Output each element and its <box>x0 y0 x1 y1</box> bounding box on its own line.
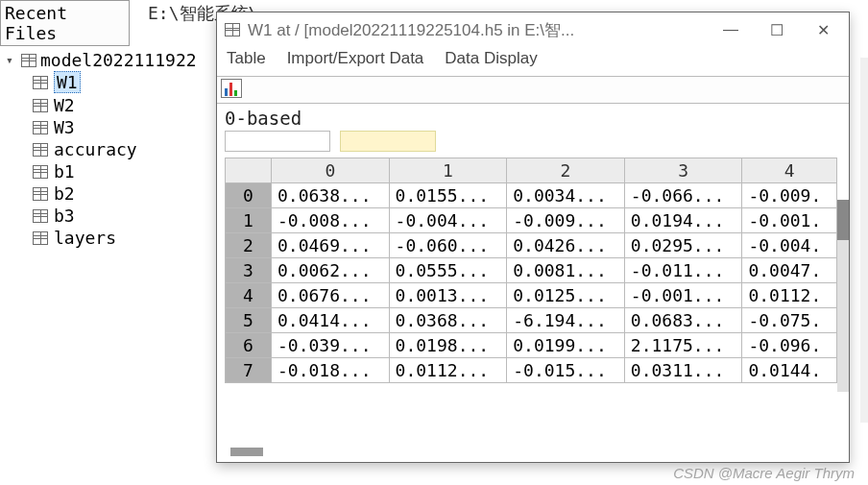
maximize-button[interactable]: ☐ <box>768 21 785 38</box>
cell[interactable]: 0.0112. <box>742 283 837 308</box>
tree-item-label: b2 <box>54 183 75 204</box>
cell[interactable]: 0.0676... <box>272 283 390 308</box>
menubar: Table Import/Export Data Data Display <box>217 47 849 76</box>
tree-item-accuracy[interactable]: accuracy <box>33 138 211 160</box>
cell[interactable]: 0.0295... <box>624 233 742 258</box>
cell[interactable]: -0.075. <box>742 308 837 333</box>
cell[interactable]: -0.004... <box>389 208 507 233</box>
cell[interactable]: -0.039... <box>272 333 390 358</box>
filter-input[interactable] <box>225 131 330 152</box>
cell[interactable]: 0.0469... <box>272 233 390 258</box>
tree-item-label: W3 <box>54 117 75 137</box>
cell[interactable]: 0.0112... <box>389 358 507 383</box>
tree-item-b2[interactable]: b2 <box>33 182 211 205</box>
col-header[interactable]: 3 <box>624 158 742 183</box>
row-header[interactable]: 6 <box>226 333 272 358</box>
cell[interactable]: -0.060... <box>389 233 507 258</box>
cell[interactable]: -6.194... <box>507 308 625 333</box>
cell[interactable]: -0.066... <box>624 183 742 208</box>
cell[interactable]: 0.0144. <box>742 358 837 383</box>
table-row: 50.0414...0.0368...-6.194...0.0683...-0.… <box>226 308 837 333</box>
cell[interactable]: 0.0414... <box>272 308 390 333</box>
vertical-scrollbar[interactable] <box>837 200 849 392</box>
cell[interactable]: -0.011... <box>624 258 742 283</box>
menu-table[interactable]: Table <box>227 49 266 68</box>
tree-item-label: W1 <box>54 71 81 93</box>
menu-data-display[interactable]: Data Display <box>445 49 537 68</box>
cell[interactable]: 0.0555... <box>389 258 507 283</box>
filter-highlight[interactable] <box>340 131 436 152</box>
col-header[interactable]: 2 <box>507 158 625 183</box>
tree-item-layers[interactable]: layers <box>33 227 211 249</box>
filter-row <box>217 131 849 158</box>
horizontal-scroll-stub[interactable] <box>230 448 263 456</box>
col-header[interactable]: 4 <box>742 158 837 183</box>
dataset-icon <box>33 209 48 223</box>
cell[interactable]: 0.0081... <box>507 258 625 283</box>
cell[interactable]: 0.0155... <box>389 183 507 208</box>
dataset-icon <box>225 23 240 36</box>
cell[interactable]: 0.0013... <box>389 283 507 308</box>
tree-item-label: layers <box>54 228 116 248</box>
dataset-icon <box>33 99 48 112</box>
dataset-icon <box>33 76 48 89</box>
cell[interactable]: 0.0194... <box>624 208 742 233</box>
cell[interactable]: -0.009... <box>507 208 625 233</box>
cell[interactable]: -0.018... <box>272 358 390 383</box>
data-dialog: W1 at / [model20221119225104.h5 in E:\智.… <box>216 12 850 463</box>
table-row: 40.0676...0.0013...0.0125...-0.001...0.0… <box>226 283 837 308</box>
dataset-icon <box>33 121 48 134</box>
row-header[interactable]: 5 <box>226 308 272 333</box>
dataset-icon <box>21 54 36 67</box>
tree-item-W2[interactable]: W2 <box>33 94 211 116</box>
row-header[interactable]: 4 <box>226 283 272 308</box>
cell[interactable]: -0.001... <box>624 283 742 308</box>
cell[interactable]: 0.0368... <box>389 308 507 333</box>
cell[interactable]: -0.008... <box>272 208 390 233</box>
tree-item-b3[interactable]: b3 <box>33 205 211 227</box>
col-header[interactable]: 1 <box>389 158 507 183</box>
tree-item-b1[interactable]: b1 <box>33 160 211 182</box>
cell[interactable]: 0.0034... <box>507 183 625 208</box>
close-button[interactable]: ✕ <box>814 21 832 38</box>
table-row: 00.0638...0.0155...0.0034...-0.066...-0.… <box>226 183 837 208</box>
cell[interactable]: 0.0311... <box>624 358 742 383</box>
chart-icon[interactable] <box>221 79 242 98</box>
cell[interactable]: 0.0683... <box>624 308 742 333</box>
row-header[interactable]: 3 <box>226 258 272 283</box>
table-row: 1-0.008...-0.004...-0.009...0.0194...-0.… <box>226 208 837 233</box>
cell[interactable]: -0.004. <box>742 233 837 258</box>
tree-root[interactable]: ▾ model2022111922 <box>6 50 211 70</box>
cell[interactable]: 0.0198... <box>389 333 507 358</box>
cell[interactable]: -0.015... <box>507 358 625 383</box>
cell[interactable]: 0.0125... <box>507 283 625 308</box>
cell[interactable]: 0.0426... <box>507 233 625 258</box>
table-row: 20.0469...-0.060...0.0426...0.0295...-0.… <box>226 233 837 258</box>
watermark: CSDN @Macre Aegir Thrym <box>673 465 855 481</box>
dataset-icon <box>33 231 48 245</box>
cell[interactable]: 0.0062... <box>272 258 390 283</box>
row-header[interactable]: 7 <box>226 358 272 383</box>
tree-item-W3[interactable]: W3 <box>33 116 211 138</box>
cell[interactable]: -0.001. <box>742 208 837 233</box>
dataset-icon <box>33 165 48 179</box>
dataset-icon <box>33 143 48 157</box>
caret-down-icon: ▾ <box>6 53 17 67</box>
menu-import-export[interactable]: Import/Export Data <box>287 49 424 68</box>
dataset-icon <box>33 187 48 201</box>
cell[interactable]: 2.1175... <box>624 333 742 358</box>
row-header[interactable]: 1 <box>226 208 272 233</box>
cell[interactable]: -0.009. <box>742 183 837 208</box>
titlebar: W1 at / [model20221119225104.h5 in E:\智.… <box>217 12 849 47</box>
cell[interactable]: -0.096. <box>742 333 837 358</box>
cell[interactable]: 0.0638... <box>272 183 390 208</box>
cell[interactable]: 0.0199... <box>507 333 625 358</box>
cell[interactable]: 0.0047. <box>742 258 837 283</box>
row-header[interactable]: 0 <box>226 183 272 208</box>
minimize-button[interactable]: — <box>722 21 739 38</box>
table-corner <box>226 158 272 183</box>
tree-item-W1[interactable]: W1 <box>33 70 211 94</box>
row-header[interactable]: 2 <box>226 233 272 258</box>
window-title: W1 at / [model20221119225104.h5 in E:\智.… <box>248 19 574 41</box>
col-header[interactable]: 0 <box>272 158 390 183</box>
